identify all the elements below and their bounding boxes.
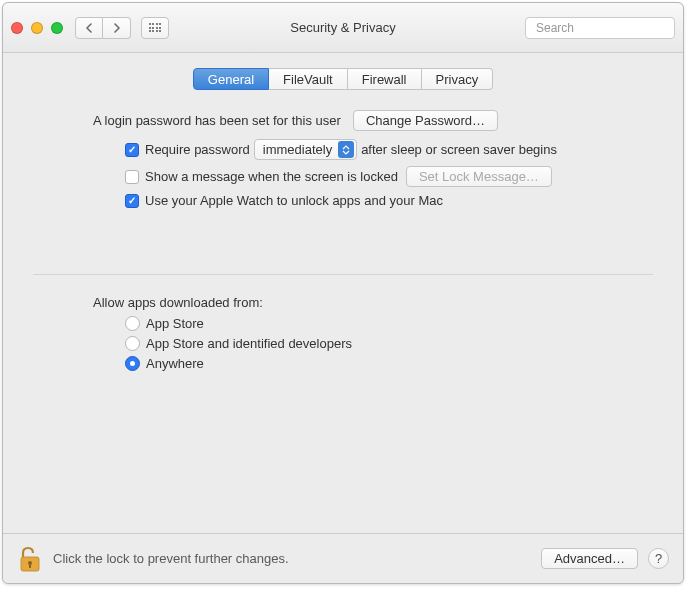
require-password-row: ✓ Require password immediately after sle… [125,139,633,160]
forward-button[interactable] [103,17,131,39]
require-password-select-value: immediately [263,142,332,157]
login-section: A login password has been set for this u… [3,110,683,214]
checkmark-icon: ✓ [128,196,136,206]
close-window-button[interactable] [11,22,23,34]
require-password-select[interactable]: immediately [254,139,357,160]
apple-watch-checkbox[interactable]: ✓ [125,194,139,208]
show-message-checkbox[interactable] [125,170,139,184]
lock-button[interactable] [17,544,43,574]
radio-label-identified: App Store and identified developers [146,336,352,351]
preferences-window: Security & Privacy General FileVault Fir… [2,2,684,584]
require-password-suffix: after sleep or screen saver begins [361,142,557,157]
tab-privacy[interactable]: Privacy [422,68,494,90]
require-password-prefix: Require password [145,142,250,157]
titlebar: Security & Privacy [3,3,683,53]
chevron-right-icon [113,23,121,33]
grid-icon [149,23,162,32]
radio-row-anywhere: Anywhere [125,356,633,371]
advanced-button[interactable]: Advanced… [541,548,638,569]
downloads-section: Allow apps downloaded from: App Store Ap… [3,295,683,376]
require-password-checkbox[interactable]: ✓ [125,143,139,157]
chevron-left-icon [85,23,93,33]
tabs: General FileVault Firewall Privacy [193,68,493,90]
apple-watch-label: Use your Apple Watch to unlock apps and … [145,193,443,208]
downloads-heading: Allow apps downloaded from: [93,295,633,310]
divider [33,274,653,275]
footer: Click the lock to prevent further change… [3,533,683,583]
apple-watch-row: ✓ Use your Apple Watch to unlock apps an… [125,193,633,208]
radio-row-identified: App Store and identified developers [125,336,633,351]
lock-help-text: Click the lock to prevent further change… [53,551,541,566]
tab-filevault[interactable]: FileVault [269,68,348,90]
radio-row-app-store: App Store [125,316,633,331]
login-password-desc: A login password has been set for this u… [93,113,341,128]
show-message-label: Show a message when the screen is locked [145,169,398,184]
show-all-button[interactable] [141,17,169,39]
radio-anywhere[interactable] [125,356,140,371]
content-area: General FileVault Firewall Privacy A log… [3,53,683,583]
lock-open-icon [19,546,41,572]
svg-rect-4 [29,564,31,568]
show-message-row: Show a message when the screen is locked… [125,166,633,187]
search-field-wrap[interactable] [525,17,675,39]
help-button[interactable]: ? [648,548,669,569]
tab-firewall[interactable]: Firewall [348,68,422,90]
zoom-window-button[interactable] [51,22,63,34]
nav-buttons [75,17,131,39]
search-input[interactable] [536,21,686,35]
radio-identified-developers[interactable] [125,336,140,351]
radio-label-anywhere: Anywhere [146,356,204,371]
checkmark-icon: ✓ [128,145,136,155]
set-lock-message-button[interactable]: Set Lock Message… [406,166,552,187]
login-password-row: A login password has been set for this u… [93,110,633,131]
radio-label-app-store: App Store [146,316,204,331]
radio-app-store[interactable] [125,316,140,331]
window-controls [11,22,63,34]
radio-dot-icon [130,361,135,366]
minimize-window-button[interactable] [31,22,43,34]
tab-row: General FileVault Firewall Privacy [3,68,683,90]
back-button[interactable] [75,17,103,39]
change-password-button[interactable]: Change Password… [353,110,498,131]
tab-general[interactable]: General [193,68,269,90]
stepper-icon [338,141,354,158]
downloads-radio-group: App Store App Store and identified devel… [125,316,633,371]
